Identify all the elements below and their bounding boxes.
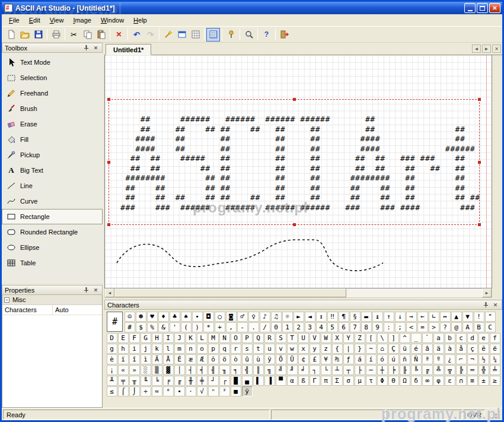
char-cell[interactable]: ↑	[384, 312, 394, 322]
char-cell[interactable]: D	[107, 333, 117, 343]
char-cell[interactable]: █	[231, 376, 241, 386]
char-cell[interactable]: G	[141, 333, 151, 343]
char-cell[interactable]: n	[186, 344, 196, 354]
char-cell[interactable]: ü	[400, 344, 410, 354]
menu-help[interactable]: Help	[129, 15, 152, 26]
char-cell[interactable]: α	[287, 376, 298, 386]
char-cell[interactable]: ┬	[343, 365, 354, 375]
char-cell[interactable]: ▀	[276, 376, 286, 386]
save-button[interactable]	[31, 28, 45, 42]
char-cell[interactable]: à	[445, 344, 455, 354]
char-cell[interactable]: ½	[479, 354, 489, 364]
char-cell[interactable]: ≥	[490, 376, 500, 386]
char-cell[interactable]: S	[276, 333, 286, 343]
char-cell[interactable]: j	[141, 344, 151, 354]
char-cell[interactable]: #	[125, 322, 135, 332]
char-cell[interactable]: ♠	[181, 312, 192, 322]
char-cell[interactable]: g	[107, 344, 117, 354]
char-cell[interactable]: ÿ	[242, 386, 253, 396]
char-cell[interactable]: ¼	[490, 354, 500, 364]
scroll-tabs-right-button[interactable]: ►	[482, 45, 491, 53]
char-cell[interactable]: 5	[327, 322, 338, 332]
char-cell[interactable]: 6	[339, 322, 349, 332]
char-cell[interactable]: ┘	[208, 376, 219, 386]
char-cell[interactable]: ┐	[310, 365, 320, 375]
char-cell[interactable]: =	[417, 322, 428, 332]
char-cell[interactable]: (	[181, 322, 192, 332]
char-cell[interactable]: ╗	[264, 365, 275, 375]
char-cell[interactable]: æ	[186, 354, 196, 364]
char-cell[interactable]: Y	[343, 333, 354, 343]
char-cell[interactable]: |	[343, 344, 354, 354]
char-cell[interactable]: Q	[253, 333, 264, 343]
char-cell[interactable]: Σ	[332, 376, 343, 386]
char-cell[interactable]: ≡	[467, 376, 478, 386]
tool-ellipse[interactable]: Ellipse	[2, 240, 103, 255]
char-cell[interactable]: ó	[377, 354, 388, 364]
char-cell[interactable]: ╙	[141, 376, 151, 386]
tab-untitled1[interactable]: Untitled1*	[106, 44, 151, 55]
char-cell[interactable]: Æ	[197, 354, 208, 364]
char-cell[interactable]: ╛	[298, 365, 309, 375]
char-cell[interactable]: ì	[141, 354, 151, 364]
char-cell[interactable]: E	[118, 333, 129, 343]
char-cell[interactable]: ╦	[445, 365, 455, 375]
char-cell[interactable]: └	[321, 365, 331, 375]
char-cell[interactable]: ▒	[152, 365, 162, 375]
char-cell[interactable]: ◄	[305, 312, 315, 322]
char-cell[interactable]: ☼	[282, 312, 293, 322]
help-button[interactable]: ?	[260, 28, 273, 42]
char-cell[interactable]: ≈	[152, 386, 162, 396]
char-cell[interactable]: <	[406, 322, 417, 332]
char-cell[interactable]: 0	[271, 322, 282, 332]
char-cell[interactable]: µ	[355, 376, 365, 386]
char-cell[interactable]: r	[231, 344, 241, 354]
char-cell[interactable]: ►	[294, 312, 304, 322]
char-cell[interactable]: K	[186, 333, 196, 343]
char-cell[interactable]: ←	[417, 312, 428, 322]
char-cell[interactable]: ═	[467, 365, 478, 375]
char-cell[interactable]: +	[215, 322, 225, 332]
char-cell[interactable]: v	[276, 344, 286, 354]
char-cell[interactable]: π	[321, 376, 331, 386]
char-cell[interactable]: ú	[388, 354, 399, 364]
char-cell[interactable]: x	[298, 344, 309, 354]
char-cell[interactable]: ¿	[445, 354, 455, 364]
tool-line[interactable]: Line	[2, 178, 103, 193]
char-cell[interactable]: ¬	[467, 354, 478, 364]
char-cell[interactable]: .	[248, 322, 259, 332]
char-cell[interactable]: ~	[366, 344, 377, 354]
menu-file[interactable]: File	[4, 15, 24, 26]
characters-header[interactable]: Characters ✕	[104, 300, 502, 310]
char-cell[interactable]: ╬	[479, 365, 489, 375]
char-cell[interactable]: │	[174, 365, 185, 375]
char-cell[interactable]: }	[355, 344, 365, 354]
selection-handle[interactable]	[293, 223, 296, 226]
char-cell[interactable]: ╧	[490, 365, 500, 375]
char-cell[interactable]: $	[136, 322, 146, 332]
char-cell[interactable]: ⌂	[377, 344, 388, 354]
tool-table[interactable]: Table	[2, 255, 103, 271]
char-cell[interactable]: '	[170, 322, 180, 332]
char-cell[interactable]: ÷	[141, 386, 151, 396]
char-cell[interactable]: ß	[298, 376, 309, 386]
properties-button[interactable]	[175, 28, 189, 42]
redo-button[interactable]: ↷	[143, 28, 157, 42]
char-cell[interactable]: B	[474, 322, 484, 332]
char-cell[interactable]: `	[422, 333, 433, 343]
char-cell[interactable]: W	[321, 333, 331, 343]
char-cell[interactable]: L	[197, 333, 208, 343]
char-cell[interactable]: ▄	[242, 376, 253, 386]
tool-rectangle[interactable]: Rectangle	[2, 209, 103, 224]
char-cell[interactable]: >	[429, 322, 439, 332]
char-cell[interactable]: Ä	[152, 354, 162, 364]
char-cell[interactable]: º	[433, 354, 444, 364]
characters-pin-button[interactable]	[482, 301, 490, 309]
char-cell[interactable]: /	[260, 322, 270, 332]
char-cell[interactable]: @	[451, 322, 462, 332]
char-cell[interactable]: o	[197, 344, 208, 354]
char-cell[interactable]: •	[192, 312, 203, 322]
char-cell[interactable]: Ü	[287, 354, 298, 364]
char-cell[interactable]: ╪	[197, 376, 208, 386]
char-cell[interactable]: ⌡	[129, 386, 140, 396]
